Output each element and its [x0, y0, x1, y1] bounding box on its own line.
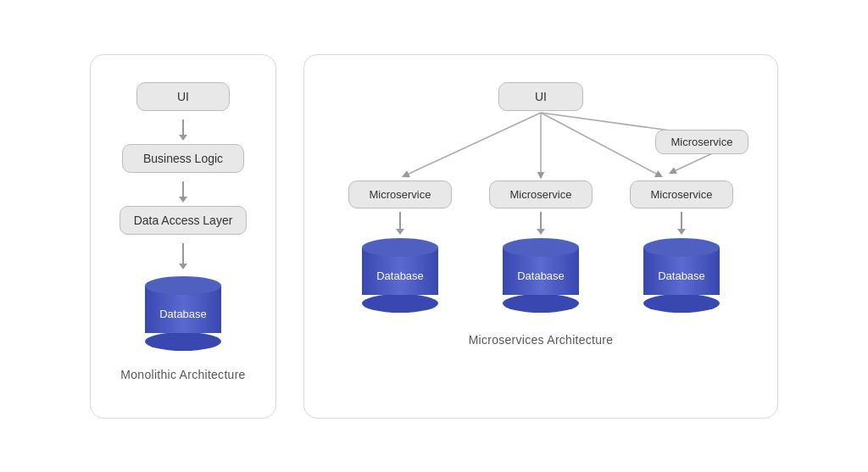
svg-line-2 — [541, 113, 659, 175]
micro-top-right-label: Microservice — [655, 130, 748, 154]
microservices-panel: UI — [303, 54, 778, 419]
micro-top-row: UI — [333, 82, 748, 111]
micro-top-right-box: Microservice — [655, 130, 748, 154]
mono-arrow-1 — [179, 119, 187, 141]
db2-bottom — [503, 294, 579, 313]
micro-arrows-svg-container: Microservice — [333, 111, 748, 187]
micro-content: UI — [333, 82, 748, 313]
micro-db1-label: Database — [376, 269, 424, 282]
db-top-ellipse — [145, 276, 221, 295]
micro-middle-row: Microservice Database Microservice — [333, 180, 748, 313]
db-bottom-ellipse — [145, 332, 221, 351]
mono-arrow-3 — [179, 243, 187, 269]
mono-database: Database — [141, 276, 225, 351]
mono-arrow-2 — [179, 181, 187, 203]
mono-db-label: Database — [159, 308, 207, 320]
micro-arrow-db3 — [677, 212, 686, 235]
micro-arrow-db1 — [396, 212, 404, 235]
db3-bottom — [643, 294, 720, 313]
microservices-title: Microservices Architecture — [469, 333, 614, 347]
micro-arrow-db2 — [537, 212, 545, 235]
micro-db3-label: Database — [658, 269, 705, 282]
mono-content: UI Business Logic Data Access Layer Data… — [120, 82, 248, 351]
micro-db2-label: Database — [517, 269, 565, 282]
micro-db1: Database — [358, 238, 442, 313]
mono-dal-box: Data Access Layer — [120, 206, 248, 235]
monolithic-title: Monolithic Architecture — [120, 368, 245, 381]
mono-business-box: Business Logic — [122, 144, 244, 173]
micro-col-1: Microservice Database — [348, 180, 453, 313]
micro-col-2: Microservice Database — [489, 180, 593, 313]
micro-ui-box: UI — [498, 82, 583, 111]
micro-col-3: Microservice Database — [630, 180, 734, 313]
main-container: UI Business Logic Data Access Layer Data… — [63, 27, 805, 446]
db1-top — [362, 238, 438, 257]
mono-ui-box: UI — [136, 82, 230, 111]
micro-db2: Database — [498, 238, 583, 313]
db1-bottom — [362, 294, 438, 313]
micro-db3: Database — [639, 238, 724, 313]
db3-top — [643, 238, 720, 257]
db2-top — [503, 238, 579, 257]
monolithic-panel: UI Business Logic Data Access Layer Data… — [90, 54, 276, 419]
svg-line-0 — [405, 113, 541, 175]
